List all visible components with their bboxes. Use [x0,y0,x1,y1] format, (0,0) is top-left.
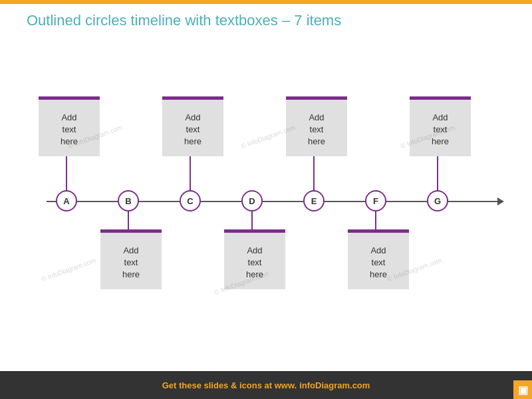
footer-bar: Get these slides & icons at www. infoDia… [0,371,532,399]
node-E: E [303,190,325,211]
node-D: D [241,190,263,211]
footer-text: Get these slides & icons at www. infoDia… [162,380,370,390]
top-accent-bar [0,0,532,4]
footer-prefix: Get these slides & icons at www. [162,380,297,390]
connector-down-1 [251,211,253,229]
connector-down-2 [375,211,376,229]
bottom-textbox-2[interactable]: Add text here [348,229,409,289]
top-textbox-0[interactable]: Add text here [39,96,100,156]
node-F: F [365,190,386,211]
node-B: B [118,190,139,211]
bottom-textbox-1[interactable]: Add text here [224,229,285,289]
top-textbox-1[interactable]: Add text here [162,96,223,156]
bottom-textbox-0[interactable]: Add text here [100,229,162,289]
top-textbox-3[interactable]: Add text here [410,96,471,156]
node-A: A [56,190,77,211]
node-G: G [427,190,448,211]
footer-brand: infoDiagram.com [299,380,370,390]
page-title: Outlined circles timeline with textboxes… [27,12,341,29]
connector-down-0 [128,211,129,229]
footer-icon: ▣ [513,380,532,399]
top-textbox-2[interactable]: Add text here [286,96,347,156]
diagram-area: ABCDEFGAdd text hereAdd text hereAdd tex… [13,60,519,352]
node-C: C [180,190,201,211]
